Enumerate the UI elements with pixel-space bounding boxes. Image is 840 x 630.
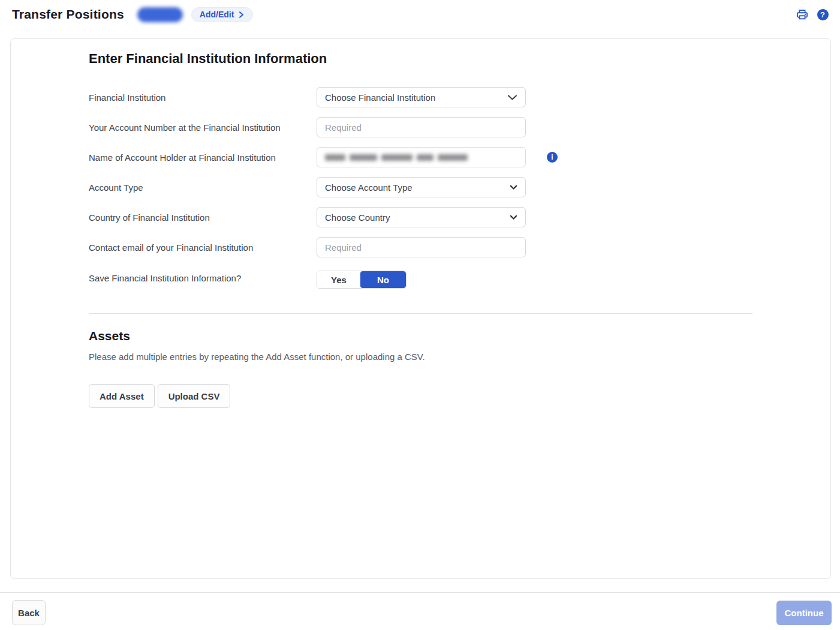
account-type-select[interactable]: Choose Account Type (317, 177, 526, 197)
help-button[interactable]: ? (815, 7, 830, 22)
selected-value: Choose Country (325, 212, 390, 223)
country-select[interactable]: Choose Country (317, 207, 526, 227)
account-number-input[interactable] (317, 117, 526, 137)
redacted-value (417, 154, 433, 161)
page-footer: Back Continue (0, 592, 840, 625)
form-row-financial-institution: Financial Institution Choose Financial I… (89, 87, 752, 107)
breadcrumb-add-edit[interactable]: Add/Edit (191, 7, 254, 22)
toggle-yes-button[interactable]: Yes (317, 271, 360, 288)
assets-actions: Add Asset Upload CSV (89, 384, 752, 408)
chevron-down-icon (510, 215, 517, 220)
field-label: Contact email of your Financial Institut… (89, 242, 317, 253)
field-label: Financial Institution (89, 92, 317, 103)
add-asset-button[interactable]: Add Asset (89, 384, 155, 408)
save-info-toggle: Yes No (317, 271, 407, 289)
form-row-account-holder-name: Name of Account Holder at Financial Inst… (89, 147, 752, 167)
content-panel: Enter Financial Institution Information … (10, 38, 831, 579)
field-label: Save Financial Institution Information? (89, 273, 317, 283)
redacted-value (325, 154, 345, 161)
breadcrumb-add-edit-label: Add/Edit (200, 10, 234, 19)
form-row-account-type: Account Type Choose Account Type (89, 177, 752, 197)
print-button[interactable] (794, 7, 810, 22)
chevron-down-icon (510, 185, 517, 190)
redacted-breadcrumb-pill[interactable] (137, 7, 183, 22)
page-title: Transfer Positions (12, 7, 124, 22)
toggle-no-button[interactable]: No (360, 271, 406, 288)
field-label: Account Type (89, 182, 317, 193)
chevron-down-icon (507, 94, 517, 101)
field-label: Your Account Number at the Financial Ins… (89, 122, 317, 133)
help-icon: ? (817, 9, 829, 20)
chevron-right-icon (238, 11, 245, 19)
field-label: Country of Financial Institution (89, 212, 317, 223)
form-row-save-info: Save Financial Institution Information? … (89, 267, 752, 289)
section-heading: Enter Financial Institution Information (89, 51, 752, 67)
form-row-country: Country of Financial Institution Choose … (89, 207, 752, 227)
continue-button[interactable]: Continue (776, 601, 832, 625)
upload-csv-button[interactable]: Upload CSV (158, 384, 231, 408)
redacted-value (438, 154, 468, 161)
financial-institution-select[interactable]: Choose Financial Institution (317, 87, 526, 107)
page-header: Transfer Positions Add/Edit ? (0, 0, 840, 29)
redacted-value (381, 154, 413, 161)
form-row-account-number: Your Account Number at the Financial Ins… (89, 117, 752, 137)
printer-icon (796, 8, 809, 21)
contact-email-input[interactable] (317, 237, 526, 257)
redacted-value (350, 154, 377, 161)
selected-value: Choose Account Type (325, 182, 413, 193)
form-row-contact-email: Contact email of your Financial Institut… (89, 237, 752, 257)
info-icon[interactable]: i (547, 152, 558, 163)
section-divider (89, 313, 752, 314)
account-holder-name-input[interactable] (317, 147, 526, 167)
field-label: Name of Account Holder at Financial Inst… (89, 152, 317, 163)
assets-heading: Assets (89, 329, 752, 343)
assets-description: Please add multiple entries by repeating… (89, 352, 752, 362)
selected-value: Choose Financial Institution (325, 92, 435, 103)
back-button[interactable]: Back (12, 600, 46, 625)
